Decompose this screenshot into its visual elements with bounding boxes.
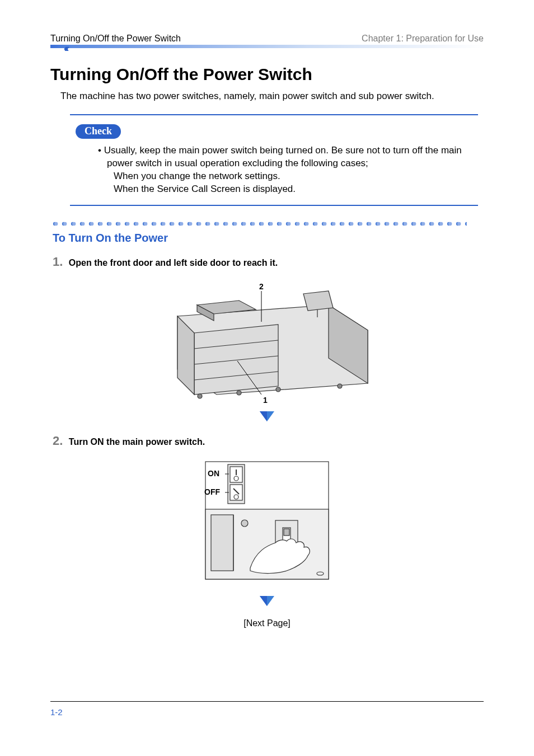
check-bullet-text: Usually, keep the main power switch bein… xyxy=(104,145,462,168)
step-2: 2. Turn ON the main power switch. xyxy=(53,434,484,448)
step-1-text: Open the front door and left side door t… xyxy=(69,258,278,267)
step-1-number: 1. xyxy=(53,255,63,269)
header-section: Turning On/Off the Power Switch xyxy=(50,34,181,44)
svg-point-33 xyxy=(241,520,248,527)
page-footer: 1-2 xyxy=(50,701,484,717)
fig2-on-label: ON xyxy=(208,469,219,478)
check-badge: Check xyxy=(76,124,121,139)
check-sub-2: When the Service Call Screen is displaye… xyxy=(107,183,469,196)
svg-marker-5 xyxy=(194,325,278,395)
svg-rect-2 xyxy=(53,220,467,227)
fig2-off-label: OFF xyxy=(204,487,220,496)
header-gradient-bar: ‹‹‹ xyxy=(50,45,484,48)
page-number: 1-2 xyxy=(50,707,63,717)
next-page-link[interactable]: [Next Page] xyxy=(50,618,484,628)
svg-point-14 xyxy=(198,394,202,398)
svg-marker-41 xyxy=(260,596,267,606)
step-1: 1. Open the front door and left side doo… xyxy=(53,255,484,269)
fig1-label-2: 2 xyxy=(259,282,264,291)
continue-arrow-2 xyxy=(50,596,484,608)
fig1-label-1: 1 xyxy=(263,396,268,405)
check-bullet: Usually, keep the main power switch bein… xyxy=(98,144,469,196)
step-2-number: 2. xyxy=(53,434,63,448)
svg-point-16 xyxy=(276,387,280,392)
check-list: Usually, keep the main power switch bein… xyxy=(76,144,469,196)
intro-paragraph: The machine has two power switches, name… xyxy=(60,91,484,102)
down-triangle-icon xyxy=(260,411,274,421)
figure-2-switch: ON OFF xyxy=(50,456,484,593)
header-chapter: Chapter 1: Preparation for Use xyxy=(362,34,484,44)
check-sub-1: When you change the network settings. xyxy=(107,170,469,183)
subheading-turn-on: To Turn On the Power xyxy=(53,232,484,245)
svg-rect-36 xyxy=(284,529,289,536)
svg-rect-31 xyxy=(211,515,233,571)
figure-1-printer: 2 1 xyxy=(50,277,484,408)
continue-arrow-1 xyxy=(50,411,484,424)
svg-rect-27 xyxy=(230,485,242,500)
page-title: Turning On/Off the Power Switch xyxy=(50,65,484,84)
svg-point-15 xyxy=(237,391,241,395)
down-triangle-icon xyxy=(260,596,274,606)
dotted-divider xyxy=(53,219,484,229)
svg-point-17 xyxy=(338,384,342,388)
back-chevrons-icon[interactable]: ‹‹‹ xyxy=(64,43,67,54)
page-header: Turning On/Off the Power Switch Chapter … xyxy=(50,34,484,44)
check-callout: Check Usually, keep the main power switc… xyxy=(70,114,478,206)
svg-marker-12 xyxy=(303,291,333,311)
step-2-text: Turn ON the main power switch. xyxy=(69,437,205,447)
svg-marker-21 xyxy=(260,411,267,421)
